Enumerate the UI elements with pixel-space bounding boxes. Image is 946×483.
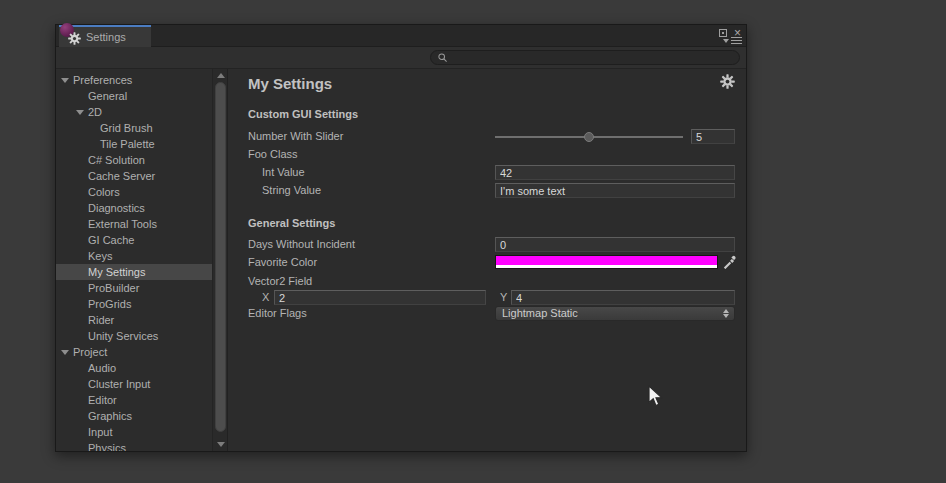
sidebar-item-input[interactable]: Input	[56, 424, 212, 440]
field-label: Int Value	[262, 165, 305, 180]
field-label: Favorite Color	[248, 255, 317, 270]
row-editor-flags: Editor Flags Lightmap Static	[229, 306, 746, 321]
sidebar-item-label: ProGrids	[88, 298, 131, 310]
sidebar-item-keys[interactable]: Keys	[56, 248, 212, 264]
scroll-up-icon[interactable]	[217, 73, 225, 78]
sidebar-item-label: Rider	[88, 314, 114, 326]
sidebar-item-graphics[interactable]: Graphics	[56, 408, 212, 424]
sidebar-item-preferences[interactable]: Preferences	[56, 72, 212, 88]
tab-settings[interactable]: Settings	[59, 25, 151, 47]
sidebar-item-rider[interactable]: Rider	[56, 312, 212, 328]
sidebar-item-unity-services[interactable]: Unity Services	[56, 328, 212, 344]
field-label: String Value	[262, 183, 321, 198]
tab-menu-icon[interactable]	[723, 37, 742, 45]
desktop-background: Settings × PreferencesGeneral	[0, 0, 946, 483]
sidebar-item-label: Editor	[88, 394, 117, 406]
content-area: PreferencesGeneral2DGrid BrushTile Palet…	[56, 69, 746, 451]
sidebar-item-label: C# Solution	[88, 154, 145, 166]
row-days-without-incident: Days Without Incident	[229, 237, 746, 252]
vector2-y-field[interactable]	[511, 290, 735, 305]
row-int-value: Int Value	[229, 165, 746, 180]
sidebar-item-label: Preferences	[73, 74, 132, 86]
row-favorite-color: Favorite Color	[229, 255, 746, 270]
row-vector2-xy: X Y	[229, 290, 746, 305]
sidebar-item-cluster-input[interactable]: Cluster Input	[56, 376, 212, 392]
search-input[interactable]	[448, 51, 733, 64]
sidebar-item-label: My Settings	[88, 266, 145, 278]
sidebar-item-label: General	[88, 90, 127, 102]
x-label: X	[262, 290, 269, 305]
settings-window: Settings × PreferencesGeneral	[55, 24, 747, 452]
dropdown-arrows-icon	[723, 309, 729, 318]
slider-thumb[interactable]	[584, 132, 594, 142]
sidebar-item-progrids[interactable]: ProGrids	[56, 296, 212, 312]
sidebar-item-tile-palette[interactable]: Tile Palette	[56, 136, 212, 152]
editor-flags-dropdown[interactable]: Lightmap Static	[495, 306, 735, 321]
sidebar-item-c-solution[interactable]: C# Solution	[56, 152, 212, 168]
days-field[interactable]	[495, 237, 735, 252]
sidebar-item-project[interactable]: Project	[56, 344, 212, 360]
sidebar-item-probuilder[interactable]: ProBuilder	[56, 280, 212, 296]
sidebar-item-label: Cluster Input	[88, 378, 150, 390]
sidebar-item-editor[interactable]: Editor	[56, 392, 212, 408]
field-label: Days Without Incident	[248, 237, 355, 252]
sidebar-item-my-settings[interactable]: My Settings	[56, 264, 212, 280]
settings-panel: My Settings	[229, 69, 746, 451]
field-label: Vector2 Field	[248, 274, 312, 289]
sidebar-item-physics[interactable]: Physics	[56, 440, 212, 451]
foldout-open-icon[interactable]	[76, 110, 84, 115]
slider-value-field[interactable]	[691, 129, 735, 144]
search-icon	[437, 52, 448, 63]
foldout-open-icon[interactable]	[61, 350, 69, 355]
color-alpha-bar	[496, 265, 717, 268]
sidebar-item-label: Colors	[88, 186, 120, 198]
sidebar-scrollbar[interactable]	[212, 69, 228, 451]
chevron-down-icon	[723, 39, 729, 43]
sidebar-item-label: Input	[88, 426, 112, 438]
sidebar-item-external-tools[interactable]: External Tools	[56, 216, 212, 232]
section-header-general: General Settings	[248, 217, 335, 229]
color-swatch-fill	[496, 256, 717, 265]
y-label: Y	[500, 290, 507, 305]
foldout-open-icon[interactable]	[61, 78, 69, 83]
sidebar-item-gi-cache[interactable]: GI Cache	[56, 232, 212, 248]
sidebar-item-2d[interactable]: 2D	[56, 104, 212, 120]
sidebar-item-label: Graphics	[88, 410, 132, 422]
sidebar-item-label: Cache Server	[88, 170, 155, 182]
string-value-field[interactable]	[495, 183, 735, 198]
sidebar-item-label: Tile Palette	[100, 138, 155, 150]
sidebar-item-label: Unity Services	[88, 330, 158, 342]
sidebar-item-grid-brush[interactable]: Grid Brush	[56, 120, 212, 136]
eyedropper-icon[interactable]	[722, 254, 737, 273]
row-foo-class: Foo Class	[229, 147, 746, 162]
maximize-icon[interactable]	[719, 29, 727, 37]
sidebar-item-cache-server[interactable]: Cache Server	[56, 168, 212, 184]
search-box[interactable]	[430, 50, 740, 65]
sidebar-item-label: Grid Brush	[100, 122, 153, 134]
scroll-down-icon[interactable]	[217, 442, 225, 447]
row-string-value: String Value	[229, 183, 746, 198]
toolbar	[56, 47, 746, 69]
color-swatch[interactable]	[495, 255, 718, 269]
settings-tree: PreferencesGeneral2DGrid BrushTile Palet…	[56, 69, 212, 451]
dropdown-selected-value: Lightmap Static	[502, 307, 578, 319]
field-label: Editor Flags	[248, 306, 307, 321]
tab-bar: Settings ×	[56, 25, 746, 47]
sidebar-item-diagnostics[interactable]: Diagnostics	[56, 200, 212, 216]
sidebar-item-label: Keys	[88, 250, 112, 262]
int-value-field[interactable]	[495, 165, 735, 180]
sidebar-item-audio[interactable]: Audio	[56, 360, 212, 376]
sidebar-item-colors[interactable]: Colors	[56, 184, 212, 200]
sidebar-item-general[interactable]: General	[56, 88, 212, 104]
panel-gear-icon[interactable]	[720, 74, 735, 89]
sidebar-item-label: Audio	[88, 362, 116, 374]
page-title: My Settings	[248, 75, 332, 92]
field-label: Number With Slider	[248, 129, 343, 144]
slider-track[interactable]	[495, 136, 683, 138]
scrollbar-thumb[interactable]	[215, 82, 226, 432]
vector2-x-field[interactable]	[274, 290, 486, 305]
group-label: Foo Class	[248, 147, 298, 162]
hamburger-icon	[731, 37, 742, 45]
sidebar-item-label: External Tools	[88, 218, 157, 230]
sidebar-item-label: Project	[73, 346, 107, 358]
